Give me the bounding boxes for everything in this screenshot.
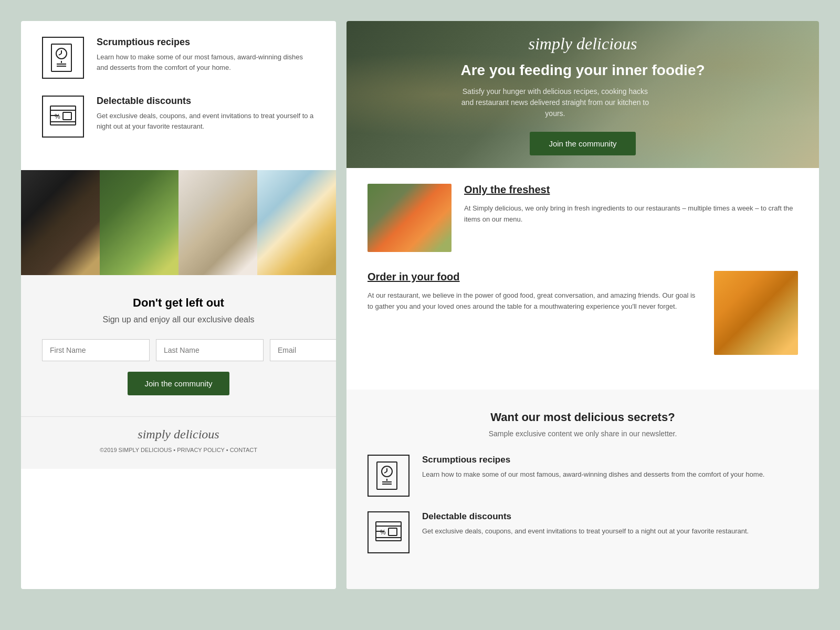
form-row (42, 339, 315, 361)
freshest-image (368, 184, 452, 252)
svg-text:%: % (380, 529, 386, 536)
order-body: At our restaurant, we believe in the pow… (368, 290, 701, 312)
photo-4 (257, 170, 336, 275)
newsletter-discounts-title: Delectable discounts (422, 511, 749, 522)
svg-line-16 (384, 471, 387, 473)
svg-rect-24 (388, 528, 397, 536)
signup-section: Don't get left out Sign up and enjoy all… (21, 275, 336, 416)
hero-brand: simply delicious (460, 34, 705, 54)
photo-grid (21, 170, 336, 275)
feature-text-discounts: Delectable discounts Get exclusive deals… (97, 96, 315, 131)
photo-1 (21, 170, 100, 275)
newsletter-recipes-desc: Learn how to make some of our most famou… (422, 469, 764, 480)
order-text: Order in your food At our restaurant, we… (368, 271, 701, 312)
freshest-title: Only the freshest (464, 184, 798, 196)
newsletter-subtitle: Sample exclusive content we only share i… (368, 429, 798, 438)
newsletter-discounts-text: Delectable discounts Get exclusive deals… (422, 511, 749, 537)
content-section: Only the freshest At Simply delicious, w… (346, 168, 819, 390)
page-wrapper: Scrumptious recipes Learn how to make so… (10, 10, 830, 600)
feature-title-recipes: Scrumptious recipes (97, 37, 315, 48)
freshest-body: At Simply delicious, we only bring in fr… (464, 203, 798, 225)
discounts-icon: % (42, 96, 84, 138)
email-input[interactable] (270, 339, 336, 361)
signup-heading: Don't get left out (42, 296, 315, 310)
svg-text:%: % (55, 113, 60, 120)
feature-desc-recipes: Learn how to make some of our most famou… (97, 52, 315, 72)
feature-item-recipes: Scrumptious recipes Learn how to make so… (42, 37, 315, 79)
freshest-text: Only the freshest At Simply delicious, w… (464, 184, 798, 225)
svg-rect-11 (63, 112, 71, 120)
order-title: Order in your food (368, 271, 701, 283)
first-name-input[interactable] (42, 339, 150, 361)
photo-2 (100, 170, 178, 275)
right-panel: simply delicious Are you feeding your in… (346, 21, 819, 589)
feature-title-discounts: Delectable discounts (97, 96, 315, 107)
left-panel: Scrumptious recipes Learn how to make so… (21, 21, 336, 589)
feature-text-recipes: Scrumptious recipes Learn how to make so… (97, 37, 315, 72)
newsletter-discounts-desc: Get exclusive deals, coupons, and event … (422, 526, 749, 537)
hero-subtitle: Satisfy your hunger with delicious recip… (460, 86, 649, 119)
vegetables-placeholder (368, 184, 452, 252)
hero-title: Are you feeding your inner foodie? (460, 62, 705, 79)
content-row-freshest: Only the freshest At Simply delicious, w… (368, 184, 798, 252)
feature-item-discounts: % Delectable discounts Get exclusive dea… (42, 96, 315, 138)
hero-section: simply delicious Are you feeding your in… (346, 21, 819, 168)
order-image (714, 271, 798, 355)
newsletter-section: Want our most delicious secrets? Sample … (346, 390, 819, 589)
photo-3 (178, 170, 257, 275)
footer: simply delicious ©2019 SIMPLY DELICIOUS … (21, 416, 336, 469)
content-row-order: Order in your food At our restaurant, we… (368, 271, 798, 355)
features-section: Scrumptious recipes Learn how to make so… (21, 21, 336, 170)
feature-desc-discounts: Get exclusive deals, coupons, and event … (97, 111, 315, 131)
signup-subheading: Sign up and enjoy all our exclusive deal… (42, 315, 315, 324)
join-community-button-left[interactable]: Join the community (128, 372, 229, 395)
newsletter-recipes-icon (368, 455, 410, 497)
recipes-icon (42, 37, 84, 79)
newsletter-recipes-title: Scrumptious recipes (422, 455, 764, 465)
svg-line-3 (59, 54, 61, 55)
newsletter-feature-recipes: Scrumptious recipes Learn how to make so… (368, 455, 798, 497)
footer-links: ©2019 SIMPLY DELICIOUS • PRIVACY POLICY … (42, 447, 315, 453)
newsletter-recipes-text: Scrumptious recipes Learn how to make so… (422, 455, 764, 480)
newsletter-feature-discounts: % Delectable discounts Get exclusive dea… (368, 511, 798, 553)
hero-content: simply delicious Are you feeding your in… (450, 24, 715, 166)
newsletter-title: Want our most delicious secrets? (368, 411, 798, 424)
last-name-input[interactable] (156, 339, 264, 361)
newsletter-discounts-icon: % (368, 511, 410, 553)
join-community-button-hero[interactable]: Join the community (530, 132, 635, 155)
footer-logo: simply delicious (42, 427, 315, 442)
soup-placeholder (714, 271, 798, 355)
